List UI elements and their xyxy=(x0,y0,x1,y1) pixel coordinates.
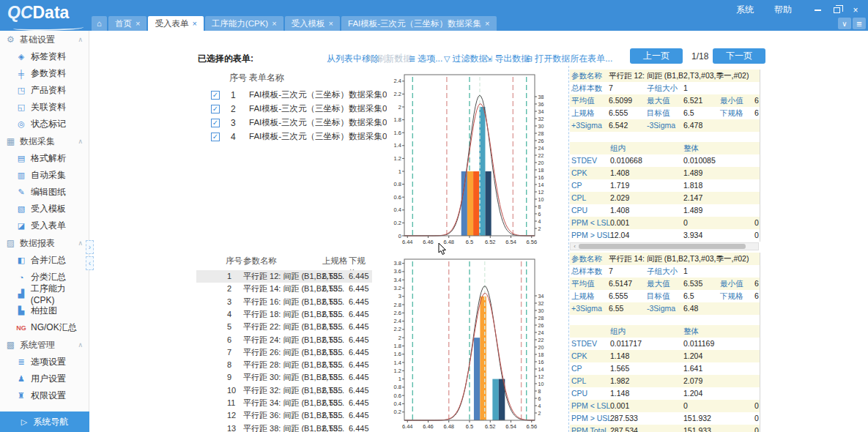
sidebar-item[interactable]: ◪受入表单 xyxy=(0,217,89,234)
svg-text:1.4: 1.4 xyxy=(394,142,401,149)
sidebar-section-2[interactable]: ▦数据采集∧ xyxy=(0,133,89,150)
chevron-down-icon[interactable]: ∨ xyxy=(838,18,851,29)
sidebar-item[interactable]: ╪参数资料 xyxy=(0,65,89,82)
svg-text:22: 22 xyxy=(538,338,544,343)
sidebar-section-3[interactable]: ▨数据报表∧ xyxy=(0,234,89,252)
svg-text:1.2: 1.2 xyxy=(394,368,401,374)
restore-button[interactable] xyxy=(827,4,846,16)
table-row[interactable]: 10平行距 32: 间距 (B1,B2,T3...6.5556.445 xyxy=(196,384,372,397)
filter-data-link[interactable]: ▽过滤数据 xyxy=(444,53,487,65)
export-data-link[interactable]: ⇲导出数据 xyxy=(486,53,530,65)
table-row[interactable]: 7平行距 26: 间距 (B1,B2,T3...6.5556.445 xyxy=(196,346,372,359)
stat-value: 6 xyxy=(754,94,759,107)
tab-3[interactable]: 工序能力(CPK)× xyxy=(205,16,283,31)
table-row[interactable]: 1平行距 12: 间距 (B1,B2,T3...6.5556.445 xyxy=(196,270,372,283)
chevron-up-icon[interactable]: ∧ xyxy=(78,239,83,247)
close-button[interactable]: × xyxy=(846,4,865,16)
metric-label: PPM Total xyxy=(571,425,607,432)
stats-panel-hscrollbar[interactable]: ‹ xyxy=(570,242,759,250)
sidebar-expand-handle[interactable]: › xyxy=(86,240,94,254)
svg-text:4: 4 xyxy=(538,219,541,224)
checkbox-checked[interactable]: ✓ xyxy=(211,91,220,100)
menu-help[interactable]: 帮助 xyxy=(764,2,802,18)
checkbox-checked[interactable]: ✓ xyxy=(211,105,220,113)
sidebar-item[interactable]: NGNG/OK汇总 xyxy=(0,319,89,336)
sidebar-item[interactable]: ◎状态标记 xyxy=(0,116,89,133)
table-row[interactable]: 2平行距 14: 间距 (B1,B2,T3...6.5556.445 xyxy=(196,283,372,295)
svg-text:2: 2 xyxy=(398,104,401,111)
table-row[interactable]: 3平行距 16: 间距 (B1,B2,T3...6.5556.445 xyxy=(196,296,372,308)
chevron-up-icon[interactable]: ∧ xyxy=(78,36,83,43)
refresh-data-link[interactable]: ↻刷新数据 xyxy=(368,53,412,65)
options-link[interactable]: ≣选项... xyxy=(409,53,442,65)
tab-1[interactable]: 首页× xyxy=(108,16,146,31)
svg-text:10: 10 xyxy=(538,381,544,387)
table-row[interactable]: 4平行距 18: 间距 (B1,B2,T3...6.5556.445 xyxy=(196,308,372,321)
table-row[interactable]: 5平行距 22: 间距 (B1,B2,T3...6.5556.445 xyxy=(196,321,372,333)
sidebar-collapse-handle[interactable]: ‹ xyxy=(86,256,94,270)
sidebar-item[interactable]: ▟工序能力(CPK) xyxy=(0,286,89,302)
sidebar-item[interactable]: ▥自动采集 xyxy=(0,167,89,184)
table-row[interactable]: 9平行距 30: 间距 (B1,B2,T3...6.5556.445 xyxy=(196,371,372,384)
section-label: 数据报表 xyxy=(20,237,55,250)
form-list-row[interactable]: ✓2FAI模板-三次元（三坐标）数据采集07061440 xyxy=(196,102,379,116)
form-list-row[interactable]: ✓3FAI模板-三次元（三坐标）数据采集07051800 xyxy=(196,116,379,130)
sidebar-item[interactable]: ♜权限设置 xyxy=(0,387,89,404)
checkbox-checked[interactable]: ✓ xyxy=(211,119,220,127)
form-list-row[interactable]: ✓1FAI模板-三次元（三坐标）数据采集07061500 xyxy=(196,88,379,102)
next-page-button[interactable]: 下一页 xyxy=(713,48,765,64)
tab-close-icon[interactable]: × xyxy=(329,19,333,28)
tab-4[interactable]: 受入模板× xyxy=(285,16,340,31)
system-nav-button[interactable]: ▷系统导航 xyxy=(0,411,89,432)
sidebar-item[interactable]: ◧合并汇总 xyxy=(0,252,89,269)
sidebar-item[interactable]: ◳产品资料 xyxy=(0,82,89,99)
svg-text:36: 36 xyxy=(538,102,544,107)
scroll-left-arrow-icon[interactable]: ‹ xyxy=(571,243,578,250)
svg-text:6.44: 6.44 xyxy=(402,423,413,430)
table-row[interactable]: 11平行距 34: 间距 (B1,B2,T3...6.5556.445 xyxy=(196,397,372,409)
minimize-button[interactable] xyxy=(808,4,827,16)
tab-close-icon[interactable]: × xyxy=(136,19,140,28)
tab-2[interactable]: 受入表单× xyxy=(148,16,203,31)
sidebar-item[interactable]: ♟用户设置 xyxy=(0,370,89,387)
checkbox-checked[interactable]: ✓ xyxy=(211,133,220,141)
open-source-form-link[interactable]: ⊟打开数据所在表单... xyxy=(526,53,612,65)
sidebar-section-4[interactable]: ▩系统管理∧ xyxy=(0,336,89,354)
table-row[interactable]: 13平行距 38: 间距 (B1,B2,T3...6.5556.445 xyxy=(196,422,372,432)
table-row[interactable]: 6平行距 24: 间距 (B1,B2,T3...6.5556.445 xyxy=(196,334,372,346)
tab-close-icon[interactable]: × xyxy=(192,19,196,28)
chevron-up-icon[interactable]: ∧ xyxy=(78,138,83,145)
param-name-label: 参数名称 xyxy=(571,253,602,265)
sidebar-item[interactable]: ▧受入模板 xyxy=(0,201,89,217)
table-row[interactable]: 12平行距 36: 间距 (B1,B2,T3...6.5556.445 xyxy=(196,409,372,422)
hscrollbar-thumb[interactable] xyxy=(579,244,746,249)
cell-usl: 6.555 xyxy=(322,283,343,295)
svg-text:6.46: 6.46 xyxy=(423,239,434,245)
chevron-up-icon[interactable]: ∧ xyxy=(78,341,83,349)
svg-text:24: 24 xyxy=(538,146,544,151)
sidebar-section-1[interactable]: ⚙基础设置∧ xyxy=(0,31,89,48)
form-list-row[interactable]: ✓4FAI模板-三次元（三坐标）数据采集07051705 xyxy=(196,130,379,144)
prev-page-button[interactable]: 上一页 xyxy=(630,48,683,64)
tab-home[interactable]: ⌂ xyxy=(92,16,107,31)
stats-row: +3Sigma6.542-3Sigma6.478 xyxy=(570,119,760,132)
tab-close-icon[interactable]: × xyxy=(485,19,489,28)
cell-lsl: 6.445 xyxy=(349,371,369,384)
sidebar-item[interactable]: ≣选项设置 xyxy=(0,354,89,370)
table-row[interactable]: 8平行距 28: 间距 (B1,B2,T3...6.5556.445 xyxy=(196,359,372,371)
sidebar-item[interactable]: ◈标签资料 xyxy=(0,48,89,65)
paper-plane-icon: ▷ xyxy=(21,417,27,427)
selected-forms-list: 序号表单名称✓1FAI模板-三次元（三坐标）数据采集07061500✓2FAI模… xyxy=(196,69,379,175)
menu-system[interactable]: 系统 xyxy=(726,2,764,18)
sidebar-item[interactable]: ◱关联资料 xyxy=(0,99,89,116)
metric-overall: 2.079 xyxy=(683,375,702,387)
metric-overall: 1.489 xyxy=(683,167,702,179)
sidebar-item[interactable]: ✎编辑图纸 xyxy=(0,184,89,201)
tab-5[interactable]: FAI模板-三次元（三坐标）数据采集× xyxy=(341,16,497,31)
sidebar-item[interactable]: ▤格式解析 xyxy=(0,150,89,167)
svg-text:6: 6 xyxy=(538,396,541,401)
cell-no: 1 xyxy=(227,270,231,283)
stat-label: 下规格 xyxy=(720,290,743,302)
list-icon[interactable]: ≣ xyxy=(853,18,866,29)
tab-close-icon[interactable]: × xyxy=(272,19,276,28)
